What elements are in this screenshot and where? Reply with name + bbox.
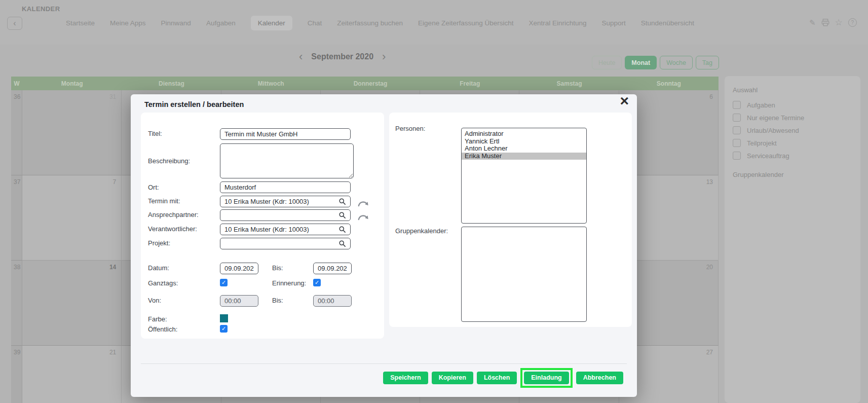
titel-input[interactable] xyxy=(220,128,351,140)
day-view-button[interactable]: Tag xyxy=(696,56,719,69)
week-view-button[interactable]: Woche xyxy=(660,56,693,69)
ganztags-label: Ganztags: xyxy=(148,279,178,287)
filter-sidebar: Auswahl AufgabenNur eigene TermineUrlaub… xyxy=(725,76,860,403)
ganztags-checkbox[interactable]: ✓ xyxy=(220,279,228,286)
datum-input[interactable] xyxy=(220,263,258,274)
favorite-star-icon[interactable]: ☆ xyxy=(835,18,843,27)
ansprechpartner-input[interactable] xyxy=(220,209,351,221)
ort-input[interactable] xyxy=(220,181,351,193)
personen-item[interactable]: Administrator xyxy=(462,130,586,138)
back-chevron-icon: ‹ xyxy=(13,19,16,27)
von-input[interactable] xyxy=(220,295,258,307)
ort-label: Ort: xyxy=(148,184,159,191)
von-bis-input[interactable] xyxy=(313,295,352,307)
kopieren-button[interactable]: Kopieren xyxy=(432,372,473,384)
printer-icon[interactable] xyxy=(821,19,829,26)
filter-checkbox[interactable] xyxy=(733,126,741,134)
filter-checkbox[interactable] xyxy=(733,152,741,160)
termin-mit-search-icon[interactable] xyxy=(338,198,346,207)
projekt-input[interactable] xyxy=(220,238,351,249)
nav-item-support[interactable]: Support xyxy=(602,16,626,30)
filter-checkbox[interactable] xyxy=(733,101,741,109)
month-view-button[interactable]: Monat xyxy=(625,56,657,69)
erinnerung-label: Erinnerung: xyxy=(272,279,306,287)
projekt-search-icon[interactable] xyxy=(338,240,346,249)
oeffentlich-checkbox[interactable]: ✓ xyxy=(220,325,228,333)
sidebar-heading: Auswahl xyxy=(733,86,860,94)
prev-month-icon[interactable]: ‹ xyxy=(298,51,304,62)
filter-row-serviceauftrag[interactable]: Serviceauftrag xyxy=(733,152,860,160)
nav-item-aufgaben[interactable]: Aufgaben xyxy=(206,16,236,30)
day-cell[interactable]: 14 xyxy=(22,261,122,346)
filter-label: Serviceauftrag xyxy=(747,152,789,160)
sidebar-group-heading: Gruppenkalender xyxy=(733,171,860,178)
weekday-header-montag: Montag xyxy=(22,77,122,90)
today-button[interactable]: Heute xyxy=(592,56,622,69)
datum-bis-input[interactable] xyxy=(313,263,352,274)
week-number: 38 xyxy=(11,261,22,346)
nav-item-chat[interactable]: Chat xyxy=(308,16,322,30)
farbe-label: Farbe: xyxy=(148,315,167,323)
nav-item-startseite[interactable]: Startseite xyxy=(66,16,95,30)
calendar-toolbar: ‹ September 2020 › xyxy=(298,51,387,62)
gruppenkalender-listbox[interactable] xyxy=(461,227,587,322)
date-number: 21 xyxy=(109,349,116,356)
nav-item-meine-apps[interactable]: Meine Apps xyxy=(110,16,146,30)
filter-checkbox[interactable] xyxy=(733,139,741,147)
main-nav: StartseiteMeine AppsPinnwandAufgabenKale… xyxy=(66,16,694,30)
ansprechpartner-redo-arrow-icon[interactable] xyxy=(358,213,369,223)
speichern-button[interactable]: Speichern xyxy=(383,372,428,384)
top-chrome: KALENDER ‹ StartseiteMeine AppsPinnwandA… xyxy=(0,0,868,45)
edit-pencil-icon[interactable]: ✎ xyxy=(809,19,816,26)
filter-checkbox[interactable] xyxy=(733,114,741,122)
week-number: 36 xyxy=(11,90,22,175)
nav-item-eigene-zeiterfassung-bersicht[interactable]: Eigene Zeiterfassung Übersicht xyxy=(418,16,513,30)
erinnerung-checkbox[interactable]: ✓ xyxy=(313,279,321,286)
verantwortlicher-input[interactable] xyxy=(220,224,351,235)
filter-row-aufgaben[interactable]: Aufgaben xyxy=(733,101,860,109)
close-icon[interactable]: × xyxy=(620,93,629,108)
filter-row-urlaub-abwesend[interactable]: Urlaub/Abwesend xyxy=(733,126,860,134)
nav-item-zeiterfassung-buchen[interactable]: Zeiterfassung buchen xyxy=(337,16,403,30)
nav-item-pinnwand[interactable]: Pinnwand xyxy=(161,16,191,30)
filter-row-teilprojekt[interactable]: Teilprojekt xyxy=(733,139,860,147)
einladung-button[interactable]: Einladung xyxy=(524,372,569,384)
day-cell[interactable]: 7 xyxy=(22,175,122,261)
nav-item-kalender[interactable]: Kalender xyxy=(251,16,292,30)
personen-listbox[interactable]: AdministratorYannick ErtlAnton LechnerEr… xyxy=(461,128,587,224)
dialog-title: Termin erstellen / bearbeiten xyxy=(144,100,244,108)
termin-mit-input[interactable] xyxy=(220,196,351,207)
oeffentlich-label: Öffentlich: xyxy=(148,325,177,333)
nav-item-stunden-bersicht[interactable]: Stundenübersicht xyxy=(641,16,694,30)
löschen-button[interactable]: Löschen xyxy=(477,372,517,384)
day-cell[interactable]: 21 xyxy=(22,346,122,403)
filter-label: Urlaub/Abwesend xyxy=(747,127,799,134)
date-number: 27 xyxy=(706,349,713,356)
week-number: 37 xyxy=(11,175,22,261)
weekday-header-freitag: Freitag xyxy=(420,77,519,90)
filter-row-nur-eigene-termine[interactable]: Nur eigene Termine xyxy=(733,114,860,122)
beschreibung-textarea[interactable] xyxy=(220,143,354,178)
day-cell[interactable]: 31 xyxy=(22,90,122,175)
date-number: 14 xyxy=(109,264,116,271)
personen-item[interactable]: Yannick Ertl xyxy=(462,138,586,145)
weekday-header-donnerstag: Donnerstag xyxy=(321,77,420,90)
verantwortlicher-search-icon[interactable] xyxy=(338,226,346,235)
weekday-header-sonntag: Sonntag xyxy=(619,77,719,90)
von-bis-label: Bis: xyxy=(272,297,283,304)
nav-item-xentral-einrichtung[interactable]: Xentral Einrichtung xyxy=(529,16,586,30)
personen-item[interactable]: Erika Muster xyxy=(462,153,586,160)
ansprechpartner-search-icon[interactable] xyxy=(338,211,346,221)
farbe-color-swatch[interactable] xyxy=(220,314,228,322)
personen-item[interactable]: Anton Lechner xyxy=(462,145,586,153)
beschreibung-label: Beschreibung: xyxy=(148,157,190,165)
weekday-header-row: WMontagDienstagMittwochDonnerstagFreitag… xyxy=(11,77,719,90)
termin-mit-redo-arrow-icon[interactable] xyxy=(358,200,369,209)
abbrechen-button[interactable]: Abbrechen xyxy=(576,372,623,384)
date-number: 6 xyxy=(709,93,713,100)
back-button[interactable]: ‹ xyxy=(7,17,22,30)
date-number: 7 xyxy=(113,178,117,186)
weekday-header-dienstag: Dienstag xyxy=(122,77,221,90)
help-icon[interactable]: ? xyxy=(848,18,857,27)
next-month-icon[interactable]: › xyxy=(381,51,387,62)
